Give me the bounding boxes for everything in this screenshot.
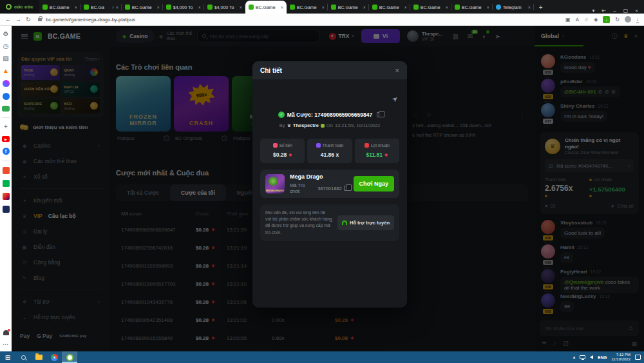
notifications-bell-icon[interactable] (3, 330, 9, 335)
file-explorer-icon[interactable] (31, 351, 46, 363)
youtube-icon[interactable]: ▶ (2, 136, 10, 142)
tab-close-icon[interactable]: × (363, 5, 366, 10)
quests-icon[interactable]: ➤ (495, 33, 500, 40)
report-flag-icon[interactable]: ⚐ (426, 112, 431, 119)
sync-icon[interactable]: ↻ (615, 17, 620, 23)
mention[interactable]: @Qwsmkjpnjwb (564, 279, 604, 285)
browser-tab[interactable]: BC.Ga ♪ × (80, 1, 122, 14)
chat-username[interactable]: FoglyHeart (560, 269, 587, 275)
update-download-icon[interactable]: ↓ (603, 16, 610, 23)
coccoc-brand[interactable]: cốc cốc (0, 0, 39, 14)
sidebar-menu-item[interactable]: ▣ Diễn đàn (17, 239, 104, 255)
chat-username[interactable]: pihuBdar (560, 79, 583, 84)
browser-tab[interactable]: BC.Game × (410, 1, 451, 14)
win-card-bet-row[interactable]: ⚂ Mã cược: #9494740749... › (545, 159, 634, 172)
reading-list-icon[interactable]: ▤ (3, 55, 8, 62)
back-icon[interactable]: ← (5, 16, 11, 23)
settings-gear-icon[interactable]: ⚙ (3, 31, 9, 37)
tab-close-icon[interactable]: × (404, 5, 407, 10)
share-icon[interactable]: ➤ (390, 94, 400, 104)
like-heart-icon[interactable]: ♥ (545, 203, 547, 209)
chat-username[interactable]: KGondane (560, 54, 586, 60)
chevron-right-icon[interactable]: › (562, 33, 564, 39)
play-now-button[interactable]: Chơi Ngay (354, 176, 394, 191)
game-card[interactable]: FROZENMIRROR Platipus ! (116, 76, 171, 141)
mention[interactable]: @BC-Mir 001 (564, 89, 596, 95)
vip-promo-card[interactable]: QUAY thưởng (62, 65, 100, 80)
coin-rain-icon[interactable]: ☂ (542, 340, 547, 347)
avatar[interactable] (541, 220, 555, 234)
avatar[interactable] (541, 244, 555, 259)
bet-table-row[interactable]: 174908900642351488 $0.28 ◆ 13:21:02 0.00… (116, 311, 528, 329)
game-card-art[interactable]: 999x CRASH (174, 76, 229, 132)
tray-expand-icon[interactable]: ▴ (573, 355, 576, 360)
hot-trends-icon[interactable]: ▲ (3, 68, 9, 74)
games-icon[interactable] (2, 106, 10, 112)
action-center-icon[interactable] (635, 355, 641, 360)
chrome-icon[interactable] (46, 351, 62, 363)
chat-info-icon[interactable]: ⓘ (612, 32, 618, 41)
new-tab-button[interactable]: + (534, 1, 548, 14)
chat-username[interactable]: Xtoybsvsbub (560, 220, 592, 226)
gif-keyboard-icon[interactable]: ▦ (631, 340, 637, 347)
lock-icon[interactable] (38, 18, 42, 21)
bets-tab[interactable]: Tất cả Cược (116, 184, 170, 201)
minimize-button[interactable]: – (613, 8, 616, 14)
avatar[interactable] (541, 103, 555, 117)
info-icon[interactable]: ! (222, 135, 227, 141)
language-indicator[interactable]: ENG (598, 355, 607, 360)
vip-more-link[interactable]: Thêm › (84, 56, 100, 62)
game-card[interactable]: 999x CRASH BC Originals ! (174, 76, 229, 141)
tab-close-icon[interactable]: × (157, 5, 160, 10)
tab-close-icon[interactable]: × (528, 5, 531, 10)
browser-tab[interactable]: BC.Game × (287, 1, 328, 14)
tab-close-icon[interactable]: × (487, 5, 489, 10)
close-chat-icon[interactable]: × (634, 33, 638, 39)
referral-row[interactable]: Giới thiệu và kiếm tiền (20, 124, 101, 130)
share-button[interactable]: ➤Chia sẻ (611, 203, 634, 209)
player-name[interactable]: Thespectre (293, 123, 319, 128)
dice-icon[interactable]: ⚂ (564, 340, 569, 347)
volume-icon[interactable] (590, 355, 593, 359)
statistics-icon[interactable]: ▥ (453, 33, 459, 40)
sidebar-menu-item[interactable]: ◆ Casino › (17, 138, 104, 153)
more-options-icon[interactable]: ⋮ (519, 112, 525, 119)
adblock-shield-icon[interactable]: ◈ (594, 17, 598, 23)
profile-avatar[interactable] (625, 16, 631, 23)
url-text[interactable]: bc.game/vi/game/mega-drago-by-platipus (46, 17, 135, 23)
notifications-bell-icon[interactable]: ◗ (482, 33, 486, 40)
sidebar-menu-item[interactable]: ◉ Các môn thể thao (17, 153, 104, 169)
tab-close-icon[interactable]: × (322, 5, 325, 10)
sidebar-menu-item[interactable]: ✦ Khuyến mãi (17, 193, 104, 208)
tab-close-icon[interactable]: × (281, 5, 283, 10)
reader-mode-icon[interactable]: ▣ (565, 17, 571, 23)
close-modal-icon[interactable]: × (395, 66, 399, 74)
vip-promo-card[interactable]: NẠP LẠI VIP 22 (62, 82, 100, 97)
chat-message-input[interactable] (545, 326, 628, 331)
game-thumbnail[interactable]: MEGA DRAGO (265, 174, 285, 193)
vip-promo-card[interactable]: TASK thưởng (21, 65, 60, 80)
browser-tab[interactable]: Telegram × (493, 1, 534, 14)
copy-icon[interactable] (344, 186, 348, 191)
chat-username[interactable]: Haniii (560, 244, 574, 250)
maximize-button[interactable]: ▢ (623, 8, 629, 14)
wallet-button[interactable]: Ví (361, 29, 400, 43)
translate-icon[interactable]: A (576, 17, 579, 23)
shopping-app-icon[interactable] (3, 206, 10, 213)
trophy-icon[interactable]: ♛ (623, 33, 629, 39)
game-card-art[interactable]: FROZENMIRROR (116, 76, 171, 132)
avatar[interactable] (541, 293, 555, 308)
avatar[interactable] (541, 54, 555, 68)
tab-close-icon[interactable]: × (116, 5, 118, 10)
tab-close-icon[interactable]: × (446, 5, 448, 10)
tab-search-icon[interactable]: ▾ (592, 8, 595, 14)
casino-tab[interactable]: ◆ Casino (116, 30, 155, 43)
browser-tab[interactable]: $4,000 To × (163, 1, 204, 14)
sidebar-menu-item[interactable]: ⚖ Công bằng (17, 255, 104, 270)
avatar[interactable] (541, 269, 555, 283)
taskbar-search-icon[interactable] (15, 351, 31, 363)
chat-room-tab[interactable]: Global (541, 33, 559, 39)
copy-icon[interactable] (377, 112, 381, 117)
like-heart-icon[interactable]: ♡ (412, 112, 417, 119)
bookmark-star-icon[interactable]: ☆ (584, 17, 589, 23)
